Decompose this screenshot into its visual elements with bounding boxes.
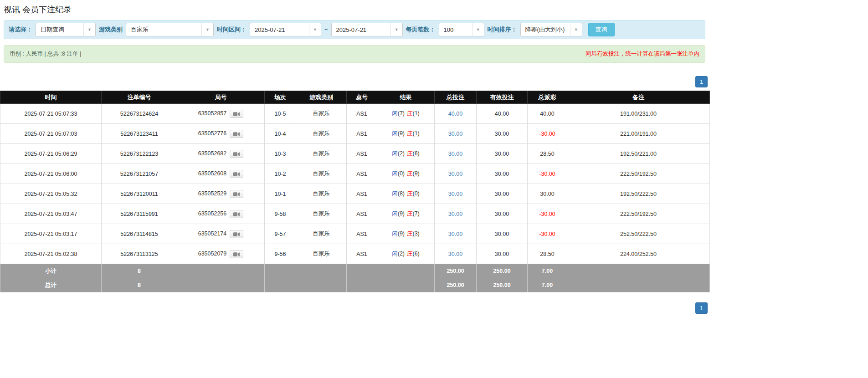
cell-remark: 192.50/222.50: [567, 184, 710, 204]
result-banker-num: (7): [413, 210, 420, 217]
table-row: 2025-07-21 05:06:29 522673122123 6350526…: [0, 144, 710, 164]
cell-payout: 28.50: [528, 144, 567, 164]
result-player-num: (9): [398, 210, 405, 217]
table-row: 2025-07-21 05:06:00 522673121057 6350526…: [0, 164, 710, 184]
cell-bet-id: 522673121057: [102, 164, 177, 184]
total-empty-cell: [347, 278, 377, 292]
video-replay-button[interactable]: [230, 110, 243, 118]
result-player: 闲: [392, 230, 398, 237]
game-type-select[interactable]: 百家乐 ▼: [126, 23, 214, 36]
cell-valid-bet: 30.00: [477, 204, 528, 224]
page-number-button[interactable]: 1: [695, 302, 708, 314]
total-bet-link[interactable]: 30.00: [448, 151, 462, 157]
game-type-value: 百家乐: [126, 23, 201, 36]
video-replay-button[interactable]: [230, 170, 243, 178]
cell-round: 635052256: [177, 204, 265, 224]
result-banker: 庄: [407, 150, 413, 157]
round-number: 635052529: [198, 190, 227, 197]
cell-payout: -30.00: [528, 164, 567, 184]
subtotal-total-bet: 250.00: [435, 264, 477, 278]
page-title: 视讯 会员下注纪录: [0, 0, 868, 20]
cell-session: 10-4: [265, 124, 296, 144]
table-row: 2025-07-21 05:02:38 522673113125 6350520…: [0, 244, 710, 264]
subtotal-count: 8: [102, 264, 177, 278]
cell-time: 2025-07-21 05:07:33: [0, 104, 102, 124]
sort-value: 降幂(由大到小): [521, 23, 570, 36]
cell-valid-bet: 30.00: [477, 164, 528, 184]
video-replay-button[interactable]: [230, 150, 243, 158]
result-player: 闲: [392, 130, 398, 137]
table-header-row: 时间注单编号局号场次游戏类别桌号结果总投注有效投注总派彩备注: [0, 91, 710, 104]
cell-table: AS1: [347, 124, 377, 144]
total-bet-link[interactable]: 30.00: [448, 211, 462, 217]
cell-total-bet: 30.00: [435, 204, 477, 224]
subtotal-payout: 7.00: [528, 264, 567, 278]
cell-result: 闲(9)庄(7): [377, 204, 435, 224]
column-header: 备注: [567, 91, 710, 104]
total-bet-link[interactable]: 30.00: [448, 251, 462, 257]
cell-payout: -30.00: [528, 204, 567, 224]
result-player-num: (0): [398, 170, 405, 177]
video-replay-button[interactable]: [230, 130, 243, 138]
cell-payout: 30.00: [528, 184, 567, 204]
cell-time: 2025-07-21 05:06:00: [0, 164, 102, 184]
query-type-select[interactable]: 日期查询 ▼: [36, 23, 96, 36]
cell-time: 2025-07-21 05:03:47: [0, 204, 102, 224]
video-replay-button[interactable]: [230, 250, 243, 258]
video-replay-button[interactable]: [230, 190, 243, 198]
result-player-num: (9): [398, 130, 405, 137]
page-size-select[interactable]: 100 ▼: [439, 23, 484, 36]
video-camera-icon: [233, 252, 240, 257]
result-banker: 庄: [407, 210, 413, 217]
cell-game: 百家乐: [296, 244, 347, 264]
table-body: 2025-07-21 05:07:33 522673124624 6350528…: [0, 104, 710, 264]
cell-result: 闲(0)庄(9): [377, 164, 435, 184]
video-replay-button[interactable]: [230, 230, 243, 238]
total-bet-link[interactable]: 30.00: [448, 191, 462, 197]
round-number: 635052256: [198, 210, 227, 217]
result-player: 闲: [392, 210, 398, 217]
video-camera-icon: [233, 132, 240, 137]
page-number-button[interactable]: 1: [695, 76, 708, 87]
result-banker-num: (0): [413, 190, 420, 197]
query-button[interactable]: 查询: [588, 23, 615, 36]
page-size-value: 100: [439, 23, 472, 36]
cell-payout: -30.00: [528, 224, 567, 244]
total-label: 总计: [0, 278, 102, 292]
cell-time: 2025-07-21 05:07:03: [0, 124, 102, 144]
date-from-select[interactable]: 2025-07-21 ▼: [250, 23, 321, 36]
cell-bet-id: 522673124624: [102, 104, 177, 124]
table-row: 2025-07-21 05:03:47 522673115991 6350522…: [0, 204, 710, 224]
cell-remark: 252.50/222.50: [567, 224, 710, 244]
cell-table: AS1: [347, 104, 377, 124]
cell-round: 635052682: [177, 144, 265, 164]
total-bet-link[interactable]: 40.00: [448, 111, 462, 117]
round-number: 635052608: [198, 170, 227, 177]
result-banker-num: (6): [413, 150, 420, 157]
result-banker-num: (9): [413, 170, 420, 177]
result-banker: 庄: [407, 170, 413, 177]
cell-result: 闲(2)庄(6): [377, 244, 435, 264]
cell-total-bet: 40.00: [435, 104, 477, 124]
date-from-value: 2025-07-21: [250, 23, 309, 36]
result-banker-num: (1): [413, 130, 420, 137]
cell-bet-id: 522673120011: [102, 184, 177, 204]
video-replay-button[interactable]: [230, 210, 243, 218]
cell-payout: 28.50: [528, 244, 567, 264]
total-bet-link[interactable]: 30.00: [448, 131, 462, 137]
range-separator: ~: [324, 26, 328, 33]
query-type-label: 请选择：: [9, 26, 32, 34]
cell-remark: 222.50/192.50: [567, 164, 710, 184]
result-player-num: (2): [398, 250, 405, 257]
cell-remark: 224.00/252.50: [567, 244, 710, 264]
page-size-label: 每页笔数：: [406, 26, 436, 34]
cell-total-bet: 30.00: [435, 124, 477, 144]
total-bet-link[interactable]: 30.00: [448, 171, 462, 177]
filter-bar: 请选择： 日期查询 ▼ 游戏类别 百家乐 ▼ 时间区间： 2025-07-21 …: [4, 20, 705, 39]
cell-result: 闲(7)庄(1): [377, 104, 435, 124]
sort-select[interactable]: 降幂(由大到小) ▼: [520, 23, 582, 36]
date-to-select[interactable]: 2025-07-21 ▼: [331, 23, 403, 36]
sort-label: 时间排序：: [488, 26, 517, 34]
total-bet-link[interactable]: 30.00: [448, 231, 462, 237]
cell-valid-bet: 30.00: [477, 224, 528, 244]
